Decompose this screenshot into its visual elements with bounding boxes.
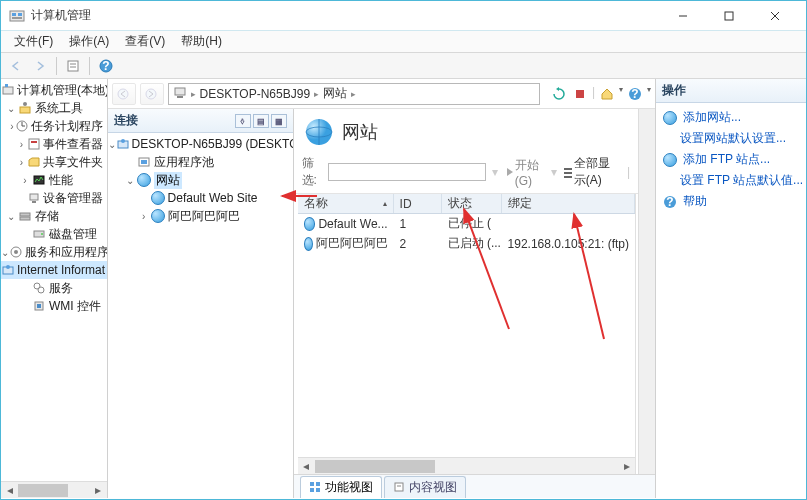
tree-iis[interactable]: Internet Informat bbox=[1, 261, 107, 279]
menu-file[interactable]: 文件(F) bbox=[6, 31, 61, 52]
col-binding[interactable]: 绑定 bbox=[502, 194, 635, 213]
grid-header[interactable]: 名称▴ ID 状态 绑定 bbox=[298, 194, 635, 214]
stop-icon[interactable] bbox=[571, 85, 589, 103]
svg-rect-15 bbox=[20, 107, 30, 113]
table-row[interactable]: Default We... 1 已停止 ( bbox=[298, 214, 635, 234]
view-tabs: 功能视图 内容视图 bbox=[294, 474, 655, 498]
back-button[interactable] bbox=[5, 55, 27, 77]
conn-btn2[interactable]: ▤ bbox=[253, 114, 269, 128]
svg-point-34 bbox=[38, 287, 44, 293]
svg-rect-20 bbox=[29, 139, 39, 149]
mmc-tree[interactable]: 计算机管理(本地) ⌄系统工具 ›任务计划程序 ›事件查看器 ›共享文件夹 ›性… bbox=[1, 79, 107, 317]
svg-rect-53 bbox=[564, 176, 572, 178]
grid-hscrollbar[interactable]: ◂ ▸ bbox=[298, 457, 635, 474]
nav-fwd-button[interactable] bbox=[140, 83, 164, 105]
close-button[interactable] bbox=[752, 1, 798, 31]
tree-root[interactable]: 计算机管理(本地) bbox=[1, 81, 107, 99]
scroll-right-icon[interactable]: ▸ bbox=[90, 482, 107, 499]
menu-view[interactable]: 查看(V) bbox=[117, 31, 173, 52]
svg-rect-5 bbox=[725, 12, 733, 20]
maximize-button[interactable] bbox=[706, 1, 752, 31]
svg-rect-25 bbox=[20, 213, 30, 216]
tree-diskmgr[interactable]: 磁盘管理 bbox=[1, 225, 107, 243]
tree-systools[interactable]: ⌄系统工具 bbox=[1, 99, 107, 117]
conn-customsite[interactable]: ›阿巴阿巴阿巴 bbox=[108, 207, 293, 225]
actions-pane: 操作 添加网站... 设置网站默认设置... 添加 FTP 站点... 设置 F… bbox=[656, 79, 806, 498]
conn-root[interactable]: ⌄DESKTOP-N65BJ99 (DESKTOP bbox=[108, 135, 293, 153]
mmc-tree-pane: 计算机管理(本地) ⌄系统工具 ›任务计划程序 ›事件查看器 ›共享文件夹 ›性… bbox=[1, 79, 108, 498]
action-ftp-defaults[interactable]: 设置 FTP 站点默认值... bbox=[660, 170, 802, 191]
action-add-site[interactable]: 添加网站... bbox=[660, 107, 802, 128]
menu-help[interactable]: 帮助(H) bbox=[173, 31, 230, 52]
conn-btn3[interactable]: ▦ bbox=[271, 114, 287, 128]
scroll-thumb[interactable] bbox=[18, 484, 68, 497]
work-area: 计算机管理(本地) ⌄系统工具 ›任务计划程序 ›事件查看器 ›共享文件夹 ›性… bbox=[1, 79, 806, 498]
go-button[interactable]: 开始(G) bbox=[504, 157, 545, 188]
help-button[interactable]: ? bbox=[95, 55, 117, 77]
table-row[interactable]: 阿巴阿巴阿巴 2 已启动 (... 192.168.0.105:21: (ftp… bbox=[298, 234, 635, 254]
col-name[interactable]: 名称▴ bbox=[298, 194, 394, 213]
svg-rect-40 bbox=[177, 96, 183, 98]
svg-rect-55 bbox=[316, 482, 320, 486]
content-vscrollbar[interactable] bbox=[638, 109, 655, 474]
tree-shared[interactable]: ›共享文件夹 bbox=[1, 153, 107, 171]
svg-text:?: ? bbox=[102, 59, 109, 73]
properties-button[interactable] bbox=[62, 55, 84, 77]
tab-content[interactable]: 内容视图 bbox=[384, 476, 466, 498]
connections-tree[interactable]: ⌄DESKTOP-N65BJ99 (DESKTOP 应用程序池 ⌄网站 Defa… bbox=[108, 133, 293, 498]
action-add-ftp[interactable]: 添加 FTP 站点... bbox=[660, 149, 802, 170]
action-help[interactable]: ?帮助 bbox=[660, 191, 802, 212]
left-hscrollbar[interactable]: ◂ ▸ bbox=[1, 481, 107, 498]
conn-sites[interactable]: ⌄网站 bbox=[108, 171, 293, 189]
svg-point-38 bbox=[146, 89, 156, 99]
chevron-right-icon[interactable]: ▸ bbox=[314, 89, 319, 99]
help-icon[interactable]: ? bbox=[626, 85, 644, 103]
tree-wmi[interactable]: WMI 控件 bbox=[1, 297, 107, 315]
refresh-icon[interactable] bbox=[550, 85, 568, 103]
svg-rect-56 bbox=[310, 488, 314, 492]
tree-devmgr[interactable]: 设备管理器 bbox=[1, 189, 107, 207]
scroll-thumb[interactable] bbox=[315, 460, 435, 473]
col-id[interactable]: ID bbox=[394, 194, 442, 213]
tree-eventviewer[interactable]: ›事件查看器 bbox=[1, 135, 107, 153]
svg-text:?: ? bbox=[631, 87, 638, 101]
home-icon[interactable] bbox=[598, 85, 616, 103]
svg-point-28 bbox=[41, 233, 43, 235]
nav-back-button[interactable] bbox=[112, 83, 136, 105]
addr-computer[interactable]: DESKTOP-N65BJ99 bbox=[200, 87, 311, 101]
showall-button[interactable]: 全部显示(A) bbox=[563, 155, 621, 189]
tree-perf[interactable]: ›性能 bbox=[1, 171, 107, 189]
add-ftp-icon bbox=[662, 152, 678, 168]
sites-grid[interactable]: 名称▴ ID 状态 绑定 Default We... 1 已停止 ( bbox=[298, 194, 636, 474]
conn-defaultwebsite[interactable]: Default Web Site bbox=[108, 189, 293, 207]
filter-input[interactable] bbox=[328, 163, 486, 181]
minimize-button[interactable] bbox=[660, 1, 706, 31]
action-site-defaults[interactable]: 设置网站默认设置... bbox=[660, 128, 802, 149]
scroll-right-icon[interactable]: ▸ bbox=[618, 458, 635, 475]
tree-tasksched[interactable]: ›任务计划程序 bbox=[1, 117, 107, 135]
scroll-left-icon[interactable]: ◂ bbox=[298, 458, 315, 475]
addr-sites[interactable]: 网站 bbox=[323, 85, 347, 102]
chevron-right-icon[interactable]: ▸ bbox=[351, 89, 356, 99]
tree-services[interactable]: 服务 bbox=[1, 279, 107, 297]
svg-point-32 bbox=[6, 265, 10, 269]
scroll-left-icon[interactable]: ◂ bbox=[1, 482, 18, 499]
address-bar[interactable]: ▸ DESKTOP-N65BJ99 ▸ 网站 ▸ bbox=[168, 83, 540, 105]
nav-icons: | ▾ ? ▾ bbox=[550, 85, 651, 103]
app-icon bbox=[9, 8, 25, 24]
globe-icon bbox=[304, 217, 316, 231]
forward-button[interactable] bbox=[29, 55, 51, 77]
chevron-right-icon[interactable]: ▸ bbox=[191, 89, 196, 99]
conn-btn1[interactable]: ⎀ bbox=[235, 114, 251, 128]
add-site-icon bbox=[662, 110, 678, 126]
sites-icon bbox=[304, 117, 334, 147]
globe-icon bbox=[151, 209, 165, 223]
tab-features[interactable]: 功能视图 bbox=[300, 476, 382, 498]
svg-rect-8 bbox=[68, 61, 78, 71]
conn-apppools[interactable]: 应用程序池 bbox=[108, 153, 293, 171]
tree-servicesapps[interactable]: ⌄服务和应用程序 bbox=[1, 243, 107, 261]
connections-pane: 连接 ⎀▤▦ ⌄DESKTOP-N65BJ99 (DESKTOP 应用程序池 ⌄… bbox=[108, 109, 294, 498]
col-status[interactable]: 状态 bbox=[442, 194, 502, 213]
menu-action[interactable]: 操作(A) bbox=[61, 31, 117, 52]
tree-storage[interactable]: ⌄存储 bbox=[1, 207, 107, 225]
